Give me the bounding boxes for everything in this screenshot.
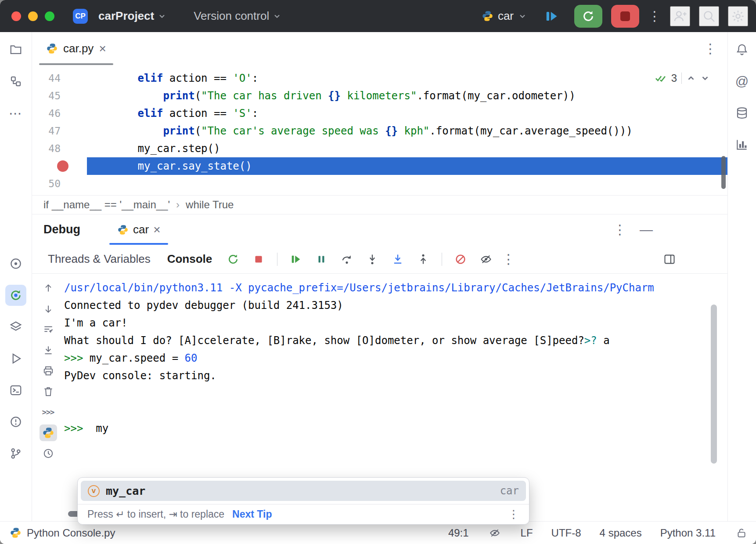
encoding-widget[interactable]: UTF-8 bbox=[551, 527, 581, 539]
next-tip-link[interactable]: Next Tip bbox=[232, 508, 272, 520]
plots-toolwindow-button[interactable] bbox=[731, 134, 752, 155]
hide-execution-point-button[interactable] bbox=[476, 250, 496, 269]
down-stack-button[interactable] bbox=[40, 301, 57, 317]
force-step-into-button[interactable] bbox=[388, 250, 407, 269]
clear-console-button[interactable] bbox=[40, 383, 57, 400]
debug-session-tab[interactable]: car × bbox=[109, 214, 168, 245]
layout-settings-button[interactable] bbox=[660, 250, 679, 269]
statusbar-widgets: 49:1 LF UTF-8 4 spaces Python 3.11 bbox=[448, 526, 749, 540]
database-toolwindow-button[interactable] bbox=[731, 102, 752, 123]
debug-options-button[interactable]: ⋮ bbox=[613, 222, 626, 237]
completion-item-my-car[interactable]: v my_car car bbox=[81, 481, 526, 501]
problems-toolwindow-button[interactable] bbox=[5, 411, 26, 432]
code-line[interactable]: 50 bbox=[32, 175, 727, 192]
line-number[interactable]: 47 bbox=[32, 122, 87, 140]
inspection-widget[interactable]: 3 bbox=[652, 71, 713, 85]
console-prompt-icon: >>> bbox=[42, 408, 54, 417]
console-history-button[interactable] bbox=[40, 445, 57, 462]
stop-button[interactable] bbox=[611, 5, 639, 28]
tab-car-py[interactable]: car.py × bbox=[39, 32, 113, 65]
tab-threads-variables[interactable]: Threads & Variables bbox=[43, 249, 156, 269]
restart-debug-button[interactable] bbox=[574, 5, 602, 28]
run-configuration-selector[interactable]: car bbox=[480, 7, 529, 25]
zoom-window-button[interactable] bbox=[45, 11, 54, 21]
close-icon[interactable]: × bbox=[99, 42, 106, 56]
settings-button[interactable] bbox=[728, 6, 748, 26]
print-button[interactable] bbox=[40, 363, 57, 379]
project-toolwindow-button[interactable] bbox=[5, 39, 26, 60]
pause-program-button[interactable] bbox=[312, 250, 331, 269]
line-number[interactable]: 44 bbox=[32, 69, 87, 87]
minimize-window-button[interactable] bbox=[28, 11, 38, 21]
interpreter-widget[interactable]: Python 3.11 bbox=[660, 527, 716, 539]
debug-toolwindow-button[interactable] bbox=[5, 285, 26, 306]
debug-toolbar-more-button[interactable]: ⋮ bbox=[502, 251, 515, 267]
soft-wrap-button[interactable] bbox=[40, 321, 57, 338]
terminal-toolwindow-button[interactable] bbox=[5, 380, 26, 401]
caret-position[interactable]: 49:1 bbox=[448, 527, 469, 539]
console-scrollbar-thumb[interactable] bbox=[711, 305, 717, 464]
stop-process-button[interactable] bbox=[249, 250, 268, 269]
line-number[interactable]: 45 bbox=[32, 87, 87, 105]
services-toolwindow-button[interactable] bbox=[5, 316, 26, 337]
line-separator-widget[interactable]: LF bbox=[521, 527, 533, 539]
step-into-button[interactable] bbox=[363, 250, 382, 269]
tab-console[interactable]: Console bbox=[162, 249, 218, 269]
code-line[interactable]: 46 elif action == 'S': bbox=[32, 105, 727, 122]
line-number[interactable]: 48 bbox=[32, 140, 87, 157]
run-toolwindow-button[interactable] bbox=[5, 348, 26, 369]
eye-off-icon bbox=[489, 527, 500, 539]
completion-more-button[interactable]: ⋮ bbox=[508, 508, 519, 521]
python-icon bbox=[117, 224, 129, 236]
structure-toolwindow-button[interactable] bbox=[5, 71, 26, 92]
close-icon[interactable]: × bbox=[153, 223, 160, 237]
indent-widget[interactable]: 4 spaces bbox=[600, 527, 642, 539]
structure-icon bbox=[9, 75, 22, 88]
scroll-to-end-button[interactable] bbox=[40, 342, 57, 359]
code-editor[interactable]: 44 elif action == 'O':45 print("The car … bbox=[32, 65, 727, 195]
project-badge[interactable]: CP bbox=[73, 9, 88, 24]
hide-toolwindow-button[interactable]: — bbox=[640, 222, 653, 237]
write-access-button[interactable] bbox=[734, 526, 749, 540]
rerun-debug-button[interactable] bbox=[223, 250, 243, 269]
ai-assistant-button[interactable]: @ bbox=[731, 71, 752, 92]
version-control-toolwindow-button[interactable] bbox=[5, 443, 26, 464]
more-actions-button[interactable]: ⋮ bbox=[648, 10, 661, 23]
version-control-menu-button[interactable]: Version control bbox=[189, 7, 286, 25]
chevron-down-icon[interactable] bbox=[700, 73, 710, 83]
breadcrumb-item[interactable]: if __name__ == '__main__' bbox=[43, 199, 170, 211]
mute-breakpoints-button[interactable] bbox=[451, 250, 470, 269]
reader-mode-button[interactable] bbox=[487, 526, 502, 540]
python-packages-toolwindow-button[interactable] bbox=[5, 253, 26, 274]
code-with-me-button[interactable] bbox=[670, 6, 690, 26]
show-python-console-button[interactable] bbox=[40, 424, 57, 441]
line-number[interactable]: 50 bbox=[32, 175, 87, 192]
code-line[interactable]: 47 print("The car's average speed was {}… bbox=[32, 122, 727, 140]
code-line[interactable]: 44 elif action == 'O': bbox=[32, 69, 727, 87]
run-button[interactable] bbox=[537, 5, 565, 28]
debug-toolbar: Threads & Variables Console bbox=[32, 245, 727, 274]
line-number[interactable]: 46 bbox=[32, 105, 87, 122]
code-line[interactable]: 48 my_car.step() bbox=[32, 140, 727, 157]
execute-command-button[interactable]: >>> bbox=[40, 404, 57, 421]
more-toolwindows-button[interactable]: ⋯ bbox=[5, 102, 26, 123]
editor-scrollbar-thumb[interactable] bbox=[721, 156, 726, 189]
notifications-button[interactable] bbox=[731, 39, 752, 60]
step-over-button[interactable] bbox=[337, 250, 356, 269]
soft-wrap-icon bbox=[43, 324, 54, 335]
code-line[interactable]: 45 print("The car has driven {} kilomete… bbox=[32, 87, 727, 105]
project-menu-button[interactable]: carProject bbox=[94, 7, 171, 25]
search-everywhere-button[interactable] bbox=[699, 6, 719, 26]
up-stack-button[interactable] bbox=[40, 280, 57, 297]
breadcrumb-item[interactable]: while True bbox=[186, 199, 234, 211]
editor-tab-options-button[interactable]: ⋮ bbox=[704, 41, 717, 56]
breakpoint-gutter[interactable] bbox=[32, 157, 87, 175]
breakpoint-dot[interactable] bbox=[57, 160, 68, 172]
chevron-up-icon[interactable] bbox=[686, 73, 696, 83]
close-window-button[interactable] bbox=[11, 11, 21, 21]
code-line[interactable]: my_car.say_state() bbox=[32, 157, 727, 175]
resume-program-button[interactable] bbox=[286, 250, 306, 269]
statusbar-file[interactable]: Python Console.py bbox=[10, 527, 115, 539]
folder-icon bbox=[9, 43, 22, 56]
step-out-button[interactable] bbox=[414, 250, 433, 269]
